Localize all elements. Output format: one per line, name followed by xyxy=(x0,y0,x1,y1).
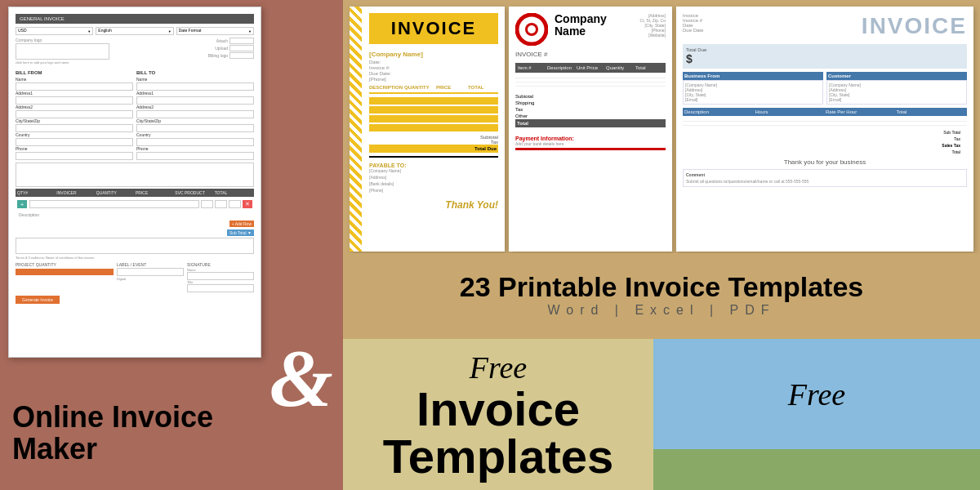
bottom-controls: PROJECT QUANTITY LABEL / EVENT Digital S… xyxy=(16,262,254,292)
t2-logo xyxy=(515,13,548,46)
t3-tax-row: Tax xyxy=(683,136,967,142)
t3-from-to-sections: Business From [Company Name] [Address] [… xyxy=(683,72,967,105)
t1-invoice-num: Invoice #: xyxy=(369,65,498,70)
t3-business-content: [Company Name] [Address] [City, State] [… xyxy=(683,80,823,105)
date-select[interactable]: Date Format xyxy=(176,27,254,35)
t3-comment-label: Comment xyxy=(686,172,964,177)
t3-title: INVOICE xyxy=(862,13,967,39)
t3-row2 xyxy=(683,122,967,126)
t3-total-col: Total xyxy=(897,109,966,114)
t3-business-section: Business From [Company Name] [Address] [… xyxy=(683,72,823,105)
item-qty-field[interactable] xyxy=(201,200,213,208)
t1-title: INVOICE xyxy=(374,18,493,39)
t3-hours-col: Hours xyxy=(755,109,825,114)
invoice-templates-text: Invoice Templates xyxy=(343,385,653,480)
template-company-name[interactable]: CompanyName [Address] Ct, St, Zip, Co [C… xyxy=(509,7,672,252)
from-name-field[interactable] xyxy=(16,82,133,91)
item-price-field[interactable] xyxy=(215,200,227,208)
t2-payment-info: Payment Information: xyxy=(515,136,666,141)
to-addr2-field[interactable] xyxy=(136,110,254,118)
label-event-field[interactable] xyxy=(117,268,184,276)
from-country-field[interactable] xyxy=(16,138,133,146)
preview-header: GENERAL INVOICE xyxy=(16,14,254,24)
t1-table-header: DESCRIPTION QUANTITY PRICE TOTAL xyxy=(369,82,498,94)
template-yellow-invoice[interactable]: INVOICE [Company Name] Date: Invoice #: … xyxy=(350,7,505,252)
t1-date: Date: xyxy=(369,60,498,65)
to-country-field[interactable] xyxy=(136,138,254,146)
terms-label: Terms & Conditions: Name of conditions o… xyxy=(16,256,254,260)
t1-line-items xyxy=(369,97,498,131)
notes-area xyxy=(16,163,254,187)
from-addr1-field[interactable] xyxy=(16,96,133,105)
sub-total-button[interactable]: Sub Total ▼ xyxy=(227,229,254,236)
t2-qty-col: Quantity xyxy=(606,65,634,70)
generate-invoice-button[interactable]: Generate Invoice xyxy=(16,296,60,304)
bottom-blocks: Free Invoice Templates Free xyxy=(343,339,980,490)
t3-sub-total-row: Sub Total xyxy=(683,129,967,136)
language-select[interactable]: English xyxy=(96,27,173,35)
notes-textarea[interactable] xyxy=(16,163,254,187)
t2-tax: Tax xyxy=(515,106,666,113)
t1-bank-payable: [Bank details] xyxy=(369,181,498,186)
t2-item-col: Item # xyxy=(518,65,546,70)
currency-select[interactable]: USD xyxy=(16,27,93,35)
to-phone-field[interactable] xyxy=(136,152,254,160)
from-phone-field[interactable] xyxy=(16,152,133,160)
t1-row3 xyxy=(369,115,498,122)
t2-total-col: Total xyxy=(635,65,663,70)
headline-subtitle: Word | Excel | PDF xyxy=(547,303,775,318)
progress-section: PROJECT QUANTITY xyxy=(16,262,114,292)
subtotal-area: Sub Total ▼ xyxy=(16,229,254,236)
t2-payment-subtext: Add your bank details here xyxy=(515,141,666,146)
t3-comment-area: Comment Submit all questions to/question… xyxy=(683,169,967,187)
bill-to-label: BILL TO xyxy=(136,70,254,75)
signature-title-field[interactable] xyxy=(187,284,254,292)
online-invoice-maker-text: Online Invoice Maker xyxy=(12,401,213,466)
bill-from-label: BILL FROM xyxy=(16,70,133,75)
description-label: Description xyxy=(16,212,254,218)
t3-desc-col: Description xyxy=(684,109,754,114)
from-addr2-field[interactable] xyxy=(16,110,133,118)
templates-row: INVOICE [Company Name] Date: Invoice #: … xyxy=(343,0,980,261)
t3-dollar: $ xyxy=(686,52,693,65)
t2-header: CompanyName [Address] Ct, St, Zip, Co [C… xyxy=(515,13,666,46)
item-total-field[interactable] xyxy=(229,200,241,208)
t2-total: Total xyxy=(515,119,666,127)
delete-item-button[interactable]: ✕ xyxy=(243,200,252,208)
main-container: GENERAL INVOICE USD English Date Format … xyxy=(0,0,980,490)
t2-table-header: Item # Description Unit Price Quantity T… xyxy=(515,63,666,73)
t1-phone: [Phone] xyxy=(369,77,498,82)
t3-total-box: Total Due $ xyxy=(683,44,967,69)
t1-row2 xyxy=(369,106,498,114)
line-items-header: QTY# INVOICER QUANTITY PRICE SVC PRODUCT… xyxy=(16,189,254,197)
t3-business-header: Business From xyxy=(683,72,823,80)
signature-label: SIGNATURE xyxy=(187,262,254,267)
to-name-field[interactable] xyxy=(136,82,254,91)
signature-name-field[interactable] xyxy=(187,272,254,280)
block-tan: Free Invoice Templates xyxy=(343,339,653,490)
t2-company-name-text: CompanyName xyxy=(555,13,634,38)
item-desc-field[interactable] xyxy=(29,200,199,208)
block-green xyxy=(653,449,980,490)
t1-phone-payable: [Phone] xyxy=(369,188,498,193)
t3-rate-col: Rate Per Hour xyxy=(826,109,895,114)
template-blue-invoice[interactable]: InvoiceInvoice #DateDue Date INVOICE Tot… xyxy=(676,7,973,252)
t1-total-col: TOTAL xyxy=(468,85,498,90)
add-item-button[interactable]: + xyxy=(17,200,27,208)
add-row-button[interactable]: + Add Row xyxy=(229,220,254,227)
block-blue-free: Free xyxy=(788,376,845,412)
t1-total-due: Total Due xyxy=(369,145,498,153)
stripe-decoration xyxy=(350,7,362,252)
logo-field xyxy=(16,43,109,60)
label-event-section: LABEL / EVENT Digital xyxy=(117,262,184,292)
t2-summary: Subtotal Shipping Tax Other Total xyxy=(515,93,666,127)
bottom-notes-textarea[interactable] xyxy=(16,238,254,254)
bill-from: BILL FROM Name Address1 Address2 City/St… xyxy=(16,67,133,160)
to-addr1-field[interactable] xyxy=(136,96,254,105)
to-city-field[interactable] xyxy=(136,124,254,132)
t1-company: [Company Name] xyxy=(369,51,498,58)
block-blue: Free xyxy=(653,339,980,449)
t1-payable-label: PAYABLE TO: xyxy=(369,163,498,168)
logo-area: Company logo click here to add your logo… xyxy=(16,38,254,65)
from-city-field[interactable] xyxy=(16,124,133,132)
